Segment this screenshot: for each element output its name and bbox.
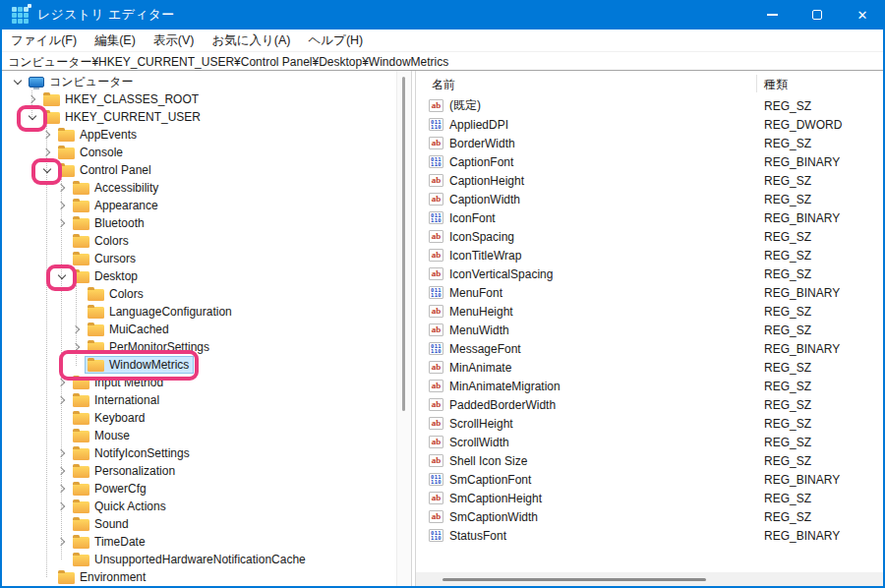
tree-key[interactable]: Quick Actions <box>70 498 171 515</box>
tree-item-Accessibility[interactable]: Accessibility <box>2 179 396 197</box>
selected-tree-key[interactable]: WindowMetrics <box>85 356 194 374</box>
tree-key[interactable]: Input Method <box>70 374 168 391</box>
chevron-right-icon[interactable] <box>54 197 70 214</box>
tree-key[interactable]: PowerCfg <box>70 480 151 498</box>
tree-item-Environment[interactable]: Environment <box>2 568 396 586</box>
tree-item-AppEvents[interactable]: AppEvents <box>2 126 396 144</box>
tree-item-HKEY_CURRENT_USER[interactable]: HKEY_CURRENT_USER <box>2 108 396 126</box>
chevron-down-icon[interactable] <box>39 161 55 179</box>
chevron-right-icon[interactable] <box>69 321 85 338</box>
registry-value-row-Shell Icon Size[interactable]: abShell Icon SizeREG_SZ <box>416 451 883 470</box>
tree-item-UnsupportedHardwareNotificationCache[interactable]: UnsupportedHardwareNotificationCache <box>2 551 396 568</box>
tree-item-Colors[interactable]: Colors <box>2 285 396 303</box>
tree-key[interactable]: Environment <box>55 568 150 586</box>
chevron-right-icon[interactable] <box>69 338 85 356</box>
tree-item-PowerCfg[interactable]: PowerCfg <box>2 480 396 498</box>
registry-value-row-CaptionFont[interactable]: 011110CaptionFontREG_BINARY <box>416 152 883 171</box>
tree-item-MuiCached[interactable]: MuiCached <box>2 321 396 338</box>
registry-value-row-IconTitleWrap[interactable]: abIconTitleWrapREG_SZ <box>416 246 883 265</box>
tree-key[interactable]: Cursors <box>70 250 141 267</box>
tree-item-Sound[interactable]: Sound <box>2 515 396 533</box>
tree-item-コンピューター[interactable]: コンピューター <box>2 73 396 90</box>
tree-item-Appearance[interactable]: Appearance <box>2 197 396 214</box>
tree-key[interactable]: Appearance <box>70 197 163 214</box>
list-horizontal-scrollbar[interactable] <box>416 572 883 586</box>
tree-key[interactable]: Accessibility <box>70 179 163 197</box>
tree-key[interactable]: LanguageConfiguration <box>85 303 237 321</box>
tree-key[interactable]: TimeDate <box>70 533 150 551</box>
address-input[interactable] <box>2 55 883 73</box>
tree-key[interactable]: NotifyIconSettings <box>70 444 195 462</box>
chevron-down-icon[interactable] <box>54 267 70 285</box>
tree-key[interactable]: MuiCached <box>85 321 174 338</box>
menu-favorites[interactable]: お気に入り(A) <box>203 30 299 51</box>
tree-item-Keyboard[interactable]: Keyboard <box>2 409 396 427</box>
tree-key[interactable]: Keyboard <box>70 409 149 427</box>
chevron-right-icon[interactable] <box>39 144 55 161</box>
tree-key[interactable]: Personalization <box>70 462 180 480</box>
registry-value-row-ScrollHeight[interactable]: abScrollHeightREG_SZ <box>416 414 883 433</box>
chevron-right-icon[interactable] <box>54 533 70 551</box>
registry-value-row-MenuHeight[interactable]: abMenuHeightREG_SZ <box>416 302 883 321</box>
registry-value-row-SmCaptionHeight[interactable]: abSmCaptionHeightREG_SZ <box>416 489 883 507</box>
maximize-button[interactable] <box>795 0 840 29</box>
chevron-right-icon[interactable] <box>39 126 55 144</box>
registry-value-row-(既定)[interactable]: ab(既定)REG_SZ <box>416 96 883 115</box>
registry-value-row-SmCaptionWidth[interactable]: abSmCaptionWidthREG_SZ <box>416 507 883 526</box>
tree-item-HKEY_CLASSES_ROOT[interactable]: HKEY_CLASSES_ROOT <box>2 90 396 108</box>
tree-item-Control Panel[interactable]: Control Panel <box>2 161 396 179</box>
tree-key[interactable]: Control Panel <box>55 161 156 179</box>
tree-key[interactable]: コンピューター <box>26 72 138 92</box>
tree-key[interactable]: Colors <box>85 285 148 303</box>
chevron-right-icon[interactable] <box>54 498 70 515</box>
column-divider[interactable] <box>756 75 757 92</box>
chevron-right-icon[interactable] <box>54 391 70 409</box>
tree-item-NotifyIconSettings[interactable]: NotifyIconSettings <box>2 444 396 462</box>
chevron-right-icon[interactable] <box>54 374 70 391</box>
tree-item-Bluetooth[interactable]: Bluetooth <box>2 214 396 232</box>
tree-key[interactable]: International <box>70 391 164 409</box>
tree-key[interactable]: Colors <box>70 232 134 250</box>
tree-item-Desktop[interactable]: Desktop <box>2 267 396 285</box>
list-scrollbar-thumb[interactable] <box>442 578 706 581</box>
tree-scrollbar-thumb[interactable] <box>402 77 405 411</box>
registry-value-row-PaddedBorderWidth[interactable]: abPaddedBorderWidthREG_SZ <box>416 395 883 414</box>
tree-item-TimeDate[interactable]: TimeDate <box>2 533 396 551</box>
registry-value-row-MenuFont[interactable]: 011110MenuFontREG_BINARY <box>416 283 883 302</box>
registry-value-row-MinAnimateMigration[interactable]: abMinAnimateMigrationREG_SZ <box>416 377 883 395</box>
menu-file[interactable]: ファイル(F) <box>2 30 86 51</box>
chevron-right-icon[interactable] <box>25 90 40 108</box>
tree-item-WindowMetrics[interactable]: WindowMetrics <box>2 356 396 374</box>
registry-value-row-AppliedDPI[interactable]: 011110AppliedDPIREG_DWORD <box>416 115 883 134</box>
registry-value-row-CaptionWidth[interactable]: abCaptionWidthREG_SZ <box>416 190 883 208</box>
registry-value-row-StatusFont[interactable]: 011110StatusFontREG_BINARY <box>416 526 883 545</box>
tree-item-Cursors[interactable]: Cursors <box>2 250 396 267</box>
chevron-right-icon[interactable] <box>54 462 70 480</box>
registry-value-row-BorderWidth[interactable]: abBorderWidthREG_SZ <box>416 134 883 152</box>
column-header-name[interactable]: 名前 <box>432 77 455 93</box>
tree-key[interactable]: UnsupportedHardwareNotificationCache <box>70 551 311 568</box>
tree-key[interactable]: Sound <box>70 515 134 533</box>
tree-key[interactable]: HKEY_CURRENT_USER <box>40 108 206 126</box>
tree-item-Quick Actions[interactable]: Quick Actions <box>2 498 396 515</box>
column-header-type[interactable]: 種類 <box>764 77 788 93</box>
tree-key[interactable]: Console <box>55 144 128 161</box>
chevron-right-icon[interactable] <box>54 179 70 197</box>
close-button[interactable]: ✕ <box>840 0 885 29</box>
tree-key[interactable]: PerMonitorSettings <box>85 338 214 356</box>
tree-item-International[interactable]: International <box>2 391 396 409</box>
registry-value-row-MessageFont[interactable]: 011110MessageFontREG_BINARY <box>416 339 883 358</box>
minimize-button[interactable] <box>749 0 795 29</box>
tree-key[interactable]: AppEvents <box>55 126 142 144</box>
tree-item-Input Method[interactable]: Input Method <box>2 374 396 391</box>
registry-value-row-SmCaptionFont[interactable]: 011110SmCaptionFontREG_BINARY <box>416 470 883 489</box>
registry-value-row-IconFont[interactable]: 011110IconFontREG_BINARY <box>416 208 883 227</box>
chevron-down-icon[interactable] <box>25 108 40 126</box>
registry-value-row-IconSpacing[interactable]: abIconSpacingREG_SZ <box>416 227 883 246</box>
menu-view[interactable]: 表示(V) <box>145 30 204 51</box>
chevron-right-icon[interactable] <box>54 214 70 232</box>
chevron-right-icon[interactable] <box>54 444 70 462</box>
registry-value-row-CaptionHeight[interactable]: abCaptionHeightREG_SZ <box>416 171 883 190</box>
menu-edit[interactable]: 編集(E) <box>86 30 145 51</box>
registry-value-row-IconVerticalSpacing[interactable]: abIconVerticalSpacingREG_SZ <box>416 265 883 283</box>
